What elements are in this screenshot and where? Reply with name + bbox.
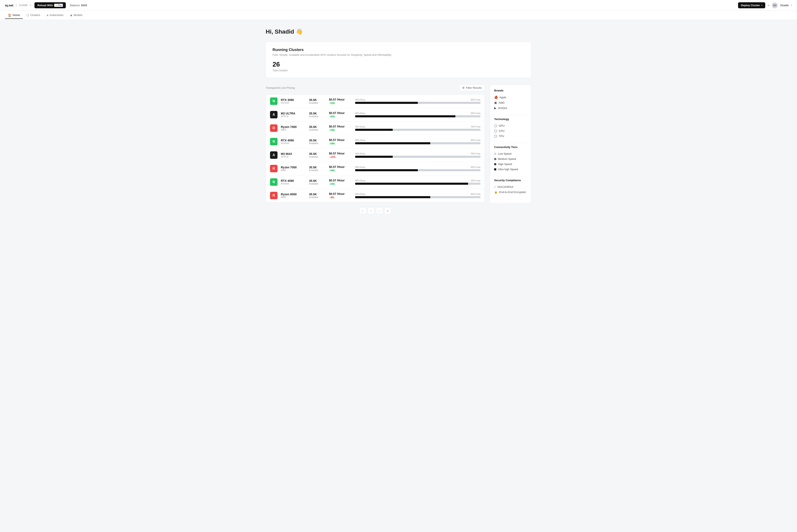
gpu-usage-1: 80% Busy 20% Free	[355, 112, 481, 117]
conn-filter-medium[interactable]: Medium Speed	[494, 156, 527, 162]
nav-tab-clusters[interactable]: ⬡Clusters	[24, 12, 43, 19]
table-row[interactable]: R Ryzen 8000 AMD 35.5K Available $0.57 /…	[266, 189, 485, 202]
tab-icon-kubernetes: ⎈	[47, 14, 48, 17]
deploy-cluster-button[interactable]: Deploy Cluster ▾	[738, 2, 765, 8]
gpu-brand-7: AMD	[281, 196, 306, 198]
conn-label-high: High Speed	[498, 163, 512, 166]
tech-filter-gpu[interactable]: GPU	[494, 123, 527, 128]
tech-filter-cpu[interactable]: CPU	[494, 128, 527, 134]
table-row[interactable]: A M2 MAX APPLE 35.5K Available $0.57 /Ho…	[266, 149, 485, 162]
gpu-name-col-6: RTX 4090 NVIDIA	[281, 179, 306, 185]
table-row[interactable]: R Ryzen 7000 AMD 35.5K Available $0.57 /…	[266, 162, 485, 175]
pricing-header: Transparent Live Pricing ⚙ Filter Result…	[266, 84, 485, 91]
logo-chevron-icon: ▾	[30, 4, 31, 6]
filter-icon: ⚙	[462, 86, 465, 89]
pagination-ellipsis[interactable]: ···	[376, 207, 383, 214]
tab-icon-clusters: ⬡	[26, 14, 29, 17]
connectivity-title: Connectivity Tiers	[494, 146, 527, 149]
gpu-usage-3: 60% Busy 40% Free	[355, 139, 481, 144]
gpu-count-6: 35.5K Available	[309, 179, 326, 185]
gpu-price-0: $0.57 /Hour +2%	[329, 98, 352, 104]
brands-section: Brands 🍎 Apple ▣ AMD ▶ NVIDIA	[494, 89, 527, 111]
gpu-icon-4: A	[270, 151, 277, 159]
gpu-count-2: 35.5K Available	[309, 125, 326, 131]
gpu-price-3: $0.57 /Hour +8%	[329, 138, 352, 145]
conn-filter-low[interactable]: Low Speed	[494, 151, 527, 156]
gpu-icon-6: N	[270, 178, 277, 186]
logo-divider: |	[16, 3, 17, 7]
user-menu-chevron-icon[interactable]: ▾	[791, 4, 792, 6]
brand-label-nvidia: NVIDIA	[498, 107, 507, 110]
conn-filter-high[interactable]: High Speed	[494, 162, 527, 167]
brand-icon-nvidia: ▶	[494, 106, 496, 110]
nav-tab-kubernetes[interactable]: ⎈Kubernetes	[44, 12, 67, 19]
tab-label-models: Models	[74, 14, 83, 17]
gpu-usage-6: 90% Busy 10% Free	[355, 179, 481, 185]
balance-display: Balance: $420	[70, 4, 87, 7]
logo-cloud: CLOUD	[19, 4, 28, 6]
tech-label-gpu: GPU	[499, 124, 505, 127]
gpu-price-4: $0.57 /Hour -12%	[329, 152, 352, 158]
gpu-price-7: $0.57 /Hour -9%	[329, 192, 352, 199]
pagination-last-button[interactable]: »	[384, 207, 391, 214]
gpu-name-col-0: RTX 3090 NVIDIA	[281, 98, 306, 104]
filter-sidebar: Brands 🍎 Apple ▣ AMD ▶ NVIDIA Technology…	[490, 84, 531, 203]
main-content: Hi, Shadid 👋 Running Clusters Fast, Simp…	[253, 20, 544, 222]
nav-tab-models[interactable]: ◈Models	[67, 12, 85, 19]
gpu-icon-1: A	[270, 111, 277, 118]
brand-filter-nvidia[interactable]: ▶ NVIDIA	[494, 105, 527, 111]
table-row[interactable]: A M2 ULTRA APPLE 35.5K Available $0.57 /…	[266, 108, 485, 121]
tech-filter-tpu[interactable]: TPU	[494, 134, 527, 139]
gpu-icon-5: R	[270, 165, 277, 172]
pagination-next-button[interactable]: ›	[368, 207, 375, 214]
brands-title: Brands	[494, 89, 527, 92]
gpu-count-1: 35.5K Available	[309, 112, 326, 117]
table-row[interactable]: N RTX 4090 NVIDIA 35.5K Available $0.57 …	[266, 175, 485, 189]
gpu-name-3: RTX 4090	[281, 139, 306, 142]
notification-dot[interactable]	[768, 4, 769, 6]
gpu-brand-5: AMD	[281, 169, 306, 171]
brand-filter-apple[interactable]: 🍎 Apple	[494, 95, 527, 100]
tech-circle-icon-tpu	[494, 135, 497, 138]
conn-label-ultra: Ultra high Speed	[498, 168, 518, 171]
gpu-usage-4: 30% Busy 70% Free	[355, 152, 481, 158]
table-row[interactable]: N RTX 3090 NVIDIA 35.5K Available $0.57 …	[266, 95, 485, 108]
deploy-chevron-icon: ▾	[761, 4, 762, 6]
table-row[interactable]: N RTX 4090 NVIDIA 35.5K Available $0.57 …	[266, 135, 485, 149]
pagination-prev-button[interactable]: ‹	[360, 207, 366, 214]
logo: iq.net | CLOUD ▾	[5, 3, 31, 7]
table-row[interactable]: R Ryzen 7000 AMD 35.5K Available $0.57 /…	[266, 121, 485, 135]
running-clusters-subtitle: Fast, Simple, Scalable and Accelerated G…	[273, 53, 524, 56]
tab-icon-home: 🏠	[8, 14, 12, 17]
gpu-brand-6: NVIDIA	[281, 183, 306, 185]
conn-label-low: Low Speed	[498, 152, 511, 155]
gpu-list: N RTX 3090 NVIDIA 35.5K Available $0.57 …	[266, 94, 485, 202]
security-filter-soc2[interactable]: ○ SOC2/HIPAA	[494, 184, 527, 190]
greeting: Hi, Shadid 👋	[266, 28, 531, 35]
technology-title: Technology	[494, 117, 527, 121]
conn-filter-ultra[interactable]: Ultra high Speed	[494, 167, 527, 172]
gpu-price-change-6: +3%	[329, 183, 336, 185]
nav-tab-home[interactable]: 🏠Home	[5, 12, 23, 19]
gpu-count-7: 35.5K Available	[309, 193, 326, 198]
user-name: Shadid	[780, 4, 789, 7]
technology-section: Technology GPU CPU TPU	[494, 117, 527, 139]
tech-circle-icon-cpu	[494, 130, 497, 132]
gpu-price-1: $0.57 /Hour +5%	[329, 111, 352, 118]
filter-results-button[interactable]: ⚙ Filter Results	[459, 84, 485, 91]
header: iq.net | CLOUD ▾ Reload With ⚡Pay Balanc…	[0, 0, 797, 11]
security-label-soc2: SOC2/HIPAA	[497, 185, 513, 188]
gpu-name-2: Ryzen 7000	[281, 125, 306, 129]
pagination: ‹ › ··· »	[266, 207, 485, 214]
gpu-price-change-1: +5%	[329, 115, 336, 118]
gpu-brand-4: APPLE	[281, 155, 306, 158]
reload-with-pay-button[interactable]: Reload With ⚡Pay	[34, 2, 66, 8]
tech-circle-icon-gpu	[494, 125, 497, 127]
gpu-price-change-2: +5%	[329, 129, 336, 131]
gpu-icon-0: N	[270, 97, 277, 105]
security-filter-e2e[interactable]: 🔒 End-to-End Encrypted	[494, 190, 527, 195]
brand-filter-amd[interactable]: ▣ AMD	[494, 100, 527, 105]
conn-dot-low	[494, 153, 496, 155]
running-clusters-card: Running Clusters Fast, Simple, Scalable …	[266, 42, 531, 78]
gpu-name-col-2: Ryzen 7000 AMD	[281, 125, 306, 131]
